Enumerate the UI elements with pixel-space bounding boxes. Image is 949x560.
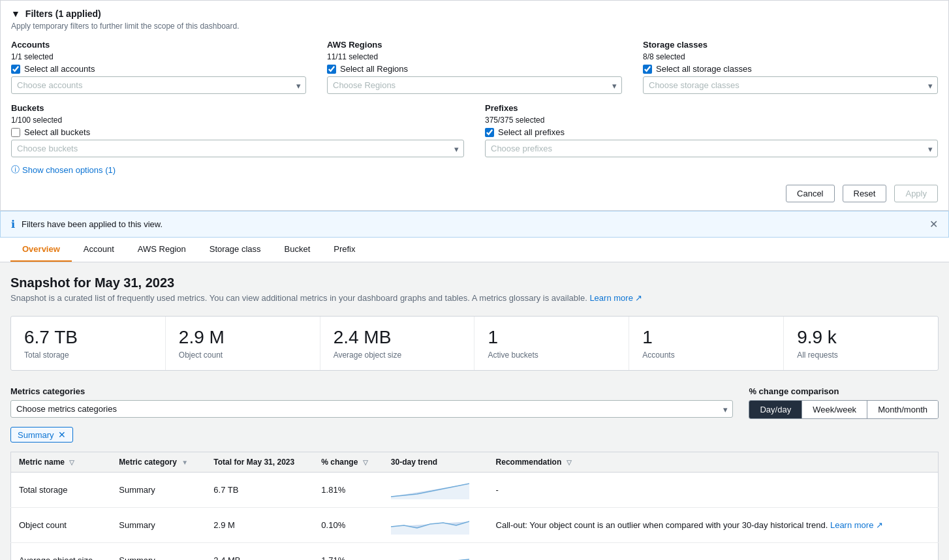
metric-label-active-buckets: Active buckets bbox=[488, 350, 615, 360]
select-all-accounts-row[interactable]: Select all accounts bbox=[11, 64, 306, 74]
apply-button[interactable]: Apply bbox=[894, 185, 938, 202]
metric-label-all-requests: All requests bbox=[797, 350, 925, 360]
tag-label: Summary bbox=[18, 430, 54, 440]
filters-header[interactable]: ▼ Filters (1 applied) bbox=[11, 8, 938, 19]
tabs-bar: Overview Account AWS Region Storage clas… bbox=[0, 238, 949, 262]
trend-chart-total-storage bbox=[391, 478, 469, 499]
table-row: Object count Summary 2.9 M 0.10% Call-ou… bbox=[11, 508, 939, 543]
snapshot-subtitle: Snapshot is a curated list of frequently… bbox=[10, 293, 939, 303]
buckets-selected: 1/100 selected bbox=[11, 116, 464, 125]
regions-select-wrapper: Choose Regions bbox=[327, 76, 622, 94]
col-metric-name-sort-icon[interactable]: ▽ bbox=[69, 459, 74, 466]
controls-row: Metrics categories Choose metrics catego… bbox=[10, 386, 939, 419]
tab-storage-class[interactable]: Storage class bbox=[198, 238, 273, 262]
tab-overview[interactable]: Overview bbox=[10, 238, 72, 262]
metric-value-active-buckets: 1 bbox=[488, 327, 615, 348]
cancel-button[interactable]: Cancel bbox=[786, 185, 834, 202]
filters-subtext: Apply temporary filters to further limit… bbox=[11, 22, 938, 31]
metric-card-object-count: 2.9 M Object count bbox=[166, 317, 320, 370]
cell-metric-name: Average object size bbox=[11, 543, 112, 561]
metric-value-object-count: 2.9 M bbox=[179, 327, 307, 348]
select-all-storage-label: Select all storage classes bbox=[656, 64, 752, 74]
info-bar-message: Filters have been applied to this view. bbox=[22, 219, 163, 229]
cell-metric-name: Total storage bbox=[11, 473, 112, 508]
select-all-prefixes-checkbox[interactable] bbox=[485, 128, 494, 137]
table-header: Metric name ▽ Metric category ▼ Total fo… bbox=[11, 452, 939, 473]
accounts-select[interactable]: Choose accounts bbox=[11, 76, 306, 94]
select-all-buckets-checkbox[interactable] bbox=[11, 128, 20, 137]
filter-actions: Cancel Reset Apply bbox=[11, 185, 938, 202]
regions-select[interactable]: Choose Regions bbox=[327, 76, 622, 94]
table-header-row: Metric name ▽ Metric category ▼ Total fo… bbox=[11, 452, 939, 473]
metric-value-accounts: 1 bbox=[642, 327, 770, 348]
select-all-prefixes-row[interactable]: Select all prefixes bbox=[485, 127, 938, 137]
metric-card-active-buckets: 1 Active buckets bbox=[474, 317, 629, 370]
select-all-prefixes-label: Select all prefixes bbox=[498, 127, 565, 137]
pct-day-button[interactable]: Day/day bbox=[749, 401, 802, 418]
storage-label: Storage classes bbox=[643, 40, 938, 50]
filters-panel: ▼ Filters (1 applied) Apply temporary fi… bbox=[0, 0, 949, 211]
cell-metric-name: Object count bbox=[11, 508, 112, 543]
metric-label-avg-object-size: Average object size bbox=[334, 350, 461, 360]
show-chosen-link[interactable]: ⓘ Show chosen options (1) bbox=[11, 164, 464, 176]
metric-value-avg-object-size: 2.4 MB bbox=[334, 327, 461, 348]
recommendation-learn-more-link[interactable]: Learn more ↗ bbox=[830, 520, 883, 530]
metrics-cat-label: Metrics categories bbox=[10, 386, 733, 396]
cell-recommendation: - bbox=[488, 543, 939, 561]
buckets-label: Buckets bbox=[11, 103, 464, 113]
col-total: Total for May 31, 2023 bbox=[206, 452, 313, 473]
table-body: Total storage Summary 6.7 TB 1.81% - Obj… bbox=[11, 473, 939, 561]
prefixes-select[interactable]: Choose prefixes bbox=[485, 140, 938, 157]
trend-chart-object-count bbox=[391, 514, 469, 535]
metric-label-total-storage: Total storage bbox=[24, 350, 152, 360]
cell-trend bbox=[383, 543, 488, 561]
col-metric-category: Metric category ▼ bbox=[111, 452, 206, 473]
cell-pct-change: 0.10% bbox=[313, 508, 382, 543]
select-all-accounts-checkbox[interactable] bbox=[11, 65, 20, 74]
metric-label-object-count: Object count bbox=[179, 350, 307, 360]
snapshot-title: Snapshot for May 31, 2023 bbox=[10, 275, 939, 290]
cell-total: 6.7 TB bbox=[206, 473, 313, 508]
col-trend: 30-day trend bbox=[383, 452, 488, 473]
select-all-accounts-label: Select all accounts bbox=[24, 64, 95, 74]
accounts-select-wrapper: Choose accounts bbox=[11, 76, 306, 94]
storage-select[interactable]: Choose storage classes bbox=[643, 76, 938, 94]
col-recommendation: Recommendation ▽ bbox=[488, 452, 939, 473]
show-chosen-icon: ⓘ bbox=[11, 164, 20, 176]
pct-month-button[interactable]: Month/month bbox=[867, 401, 938, 418]
pct-change-group: % change comparison Day/day Week/week Mo… bbox=[749, 386, 939, 419]
trend-chart-avg-object-size bbox=[391, 549, 469, 560]
reset-button[interactable]: Reset bbox=[843, 185, 887, 202]
metric-label-accounts: Accounts bbox=[642, 350, 770, 360]
tab-bucket[interactable]: Bucket bbox=[273, 238, 322, 262]
filter-group-storage: Storage classes 8/8 selected Select all … bbox=[643, 40, 938, 94]
select-all-regions-row[interactable]: Select all Regions bbox=[327, 64, 622, 74]
tab-prefix[interactable]: Prefix bbox=[322, 238, 367, 262]
info-bar-close-button[interactable]: ✕ bbox=[929, 218, 938, 230]
cell-total: 2.9 M bbox=[206, 508, 313, 543]
col-metric-category-sort-icon[interactable]: ▼ bbox=[181, 459, 188, 466]
pct-week-button[interactable]: Week/week bbox=[802, 401, 867, 418]
select-all-regions-label: Select all Regions bbox=[340, 64, 408, 74]
col-recommendation-sort-icon[interactable]: ▽ bbox=[567, 459, 572, 466]
cell-total: 2.4 MB bbox=[206, 543, 313, 561]
select-all-storage-row[interactable]: Select all storage classes bbox=[643, 64, 938, 74]
col-recommendation-label: Recommendation bbox=[496, 458, 562, 467]
cell-metric-category: Summary bbox=[111, 543, 206, 561]
tag-close-button[interactable]: ✕ bbox=[58, 429, 66, 440]
tab-account[interactable]: Account bbox=[72, 238, 126, 262]
table-row: Average object size Summary 2.4 MB 1.71%… bbox=[11, 543, 939, 561]
select-all-regions-checkbox[interactable] bbox=[327, 65, 336, 74]
metric-value-all-requests: 9.9 k bbox=[797, 327, 925, 348]
buckets-select[interactable]: Choose buckets bbox=[11, 140, 464, 157]
select-all-storage-checkbox[interactable] bbox=[643, 65, 652, 74]
prefixes-selected: 375/375 selected bbox=[485, 116, 938, 125]
metrics-cat-select[interactable]: Choose metrics categories bbox=[10, 400, 733, 418]
filters-grid-row2: Buckets 1/100 selected Select all bucket… bbox=[11, 103, 938, 176]
learn-more-link[interactable]: Learn more ↗ bbox=[589, 293, 642, 303]
storage-selected: 8/8 selected bbox=[643, 52, 938, 61]
metric-card-all-requests: 9.9 k All requests bbox=[784, 317, 938, 370]
tab-aws-region[interactable]: AWS Region bbox=[126, 238, 198, 262]
select-all-buckets-row[interactable]: Select all buckets bbox=[11, 127, 464, 137]
col-pct-change-sort-icon[interactable]: ▽ bbox=[363, 459, 368, 466]
